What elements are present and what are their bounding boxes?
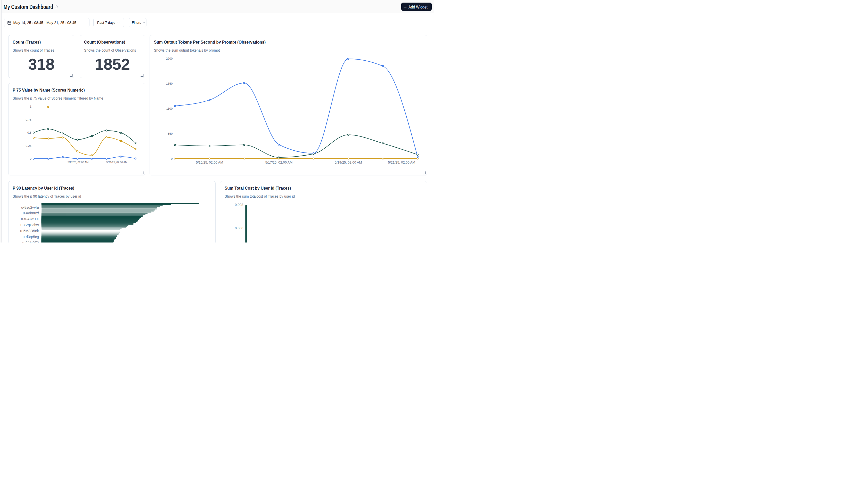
- svg-text:5/21/25, 02:00 AM: 5/21/25, 02:00 AM: [388, 160, 415, 164]
- svg-text:u-8fVa9T3: u-8fVa9T3: [22, 240, 39, 243]
- svg-text:u-aobnuxf: u-aobnuxf: [23, 211, 39, 215]
- svg-text:5/17/25, 02:00 AM: 5/17/25, 02:00 AM: [265, 160, 292, 164]
- svg-text:u-d3qr5cg: u-d3qr5cg: [23, 235, 39, 239]
- svg-text:u-zVqP3hw: u-zVqP3hw: [20, 223, 39, 227]
- svg-text:u-5M8D56k: u-5M8D56k: [20, 229, 39, 233]
- svg-text:0.006: 0.006: [235, 226, 243, 230]
- svg-text:1100: 1100: [166, 107, 173, 110]
- svg-text:5/15/25, 02:00 AM: 5/15/25, 02:00 AM: [196, 160, 223, 164]
- svg-text:5/19/25, 02:00 AM: 5/19/25, 02:00 AM: [335, 160, 362, 164]
- svg-text:2200: 2200: [166, 57, 173, 60]
- svg-text:u-8sq2w4a: u-8sq2w4a: [21, 205, 39, 209]
- svg-text:5/21/25, 02:00 AM: 5/21/25, 02:00 AM: [106, 161, 127, 164]
- svg-text:1650: 1650: [166, 82, 173, 85]
- svg-text:0: 0: [30, 157, 31, 160]
- svg-text:u-tFAR5TX: u-tFAR5TX: [21, 217, 39, 221]
- svg-text:0.008: 0.008: [235, 203, 243, 206]
- svg-text:5/17/25, 02:00 AM: 5/17/25, 02:00 AM: [67, 161, 88, 164]
- svg-text:1: 1: [30, 105, 31, 108]
- svg-text:0.5: 0.5: [27, 131, 31, 134]
- svg-text:0: 0: [171, 157, 173, 160]
- svg-text:550: 550: [167, 132, 173, 135]
- svg-text:0.75: 0.75: [26, 118, 31, 121]
- svg-text:0.25: 0.25: [26, 144, 31, 147]
